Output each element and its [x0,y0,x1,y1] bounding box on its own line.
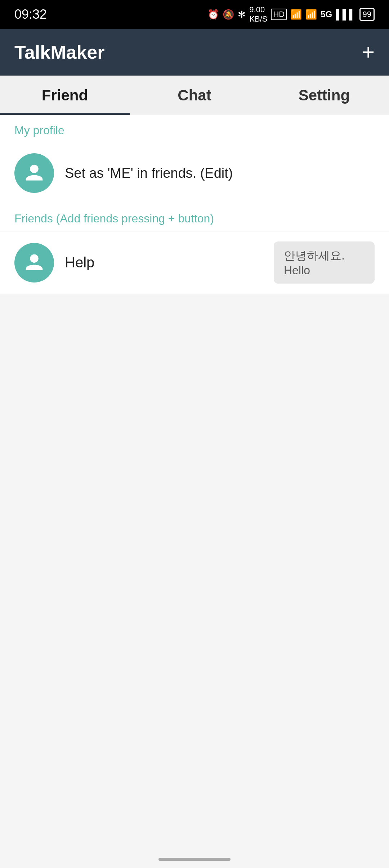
my-avatar [14,153,54,193]
battery-level: 99 [363,10,371,19]
my-profile-name: Set as 'ME' in friends. (Edit) [65,166,233,181]
friend-last-message: 안녕하세요. Hello [274,241,375,284]
alarm-icon: ⏰ [207,9,219,20]
app-header: TalkMaker + [0,29,389,76]
network-speed-icon: 9.00KB/S [249,5,267,24]
my-profile-row[interactable]: Set as 'ME' in friends. (Edit) [0,143,389,203]
bottom-gesture-bar [158,858,231,861]
tab-friend[interactable]: Friend [0,76,130,115]
hd-icon: HD [271,9,287,20]
main-content: My profile Set as 'ME' in friends. (Edit… [0,115,389,294]
wifi-icon: 📶 [290,9,302,20]
tab-bar: Friend Chat Setting [0,76,389,115]
divider-4 [0,294,389,294]
bluetooth-icon: ✻ [238,9,246,20]
status-icons: ⏰ 🔕 ✻ 9.00KB/S HD 📶 📶 5G ▌▌▌ 99 [207,5,375,24]
friend-avatar [14,243,54,282]
friend-name: Help [65,254,263,271]
my-avatar-icon [22,161,47,186]
friend-row[interactable]: Help 안녕하세요. Hello [0,231,389,294]
svg-point-1 [30,254,38,262]
status-bar: 09:32 ⏰ 🔕 ✻ 9.00KB/S HD 📶 📶 5G ▌▌▌ 99 [0,0,389,29]
signal2-icon: ▌▌▌ [336,9,356,20]
tab-setting[interactable]: Setting [259,76,389,115]
friend-avatar-icon [22,250,47,275]
tab-chat[interactable]: Chat [130,76,259,115]
app-title: TalkMaker [14,41,105,63]
status-time: 09:32 [14,7,47,22]
5g-icon: 5G [321,9,332,19]
mute-icon: 🔕 [223,9,234,20]
battery-icon: 99 [359,8,375,21]
my-profile-label: My profile [0,115,389,143]
svg-point-0 [30,165,38,173]
add-button[interactable]: + [362,41,375,63]
friends-label: Friends (Add friends pressing + button) [0,203,389,231]
signal-icon: 📶 [305,9,317,20]
